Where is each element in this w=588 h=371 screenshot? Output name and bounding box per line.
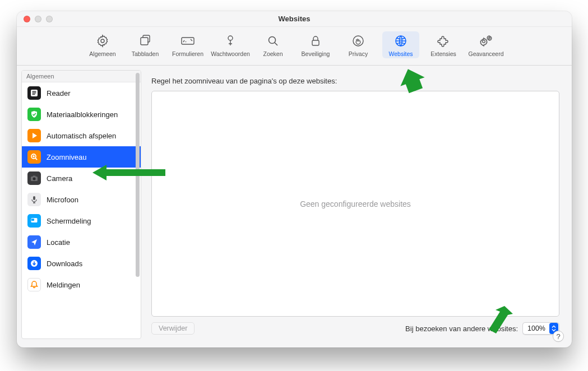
sidebar-item-locatie[interactable]: Locatie — [22, 231, 141, 253]
svg-rect-1 — [141, 38, 148, 45]
svg-point-0 — [101, 39, 104, 43]
tabs-icon — [138, 34, 152, 48]
reader-icon — [27, 86, 41, 100]
toolbar-item-websites[interactable]: Websites — [382, 31, 419, 58]
toolbar-label: Formulieren — [172, 50, 203, 57]
help-button[interactable]: ? — [553, 331, 564, 342]
toolbar-item-tabbladen[interactable]: Tabbladen — [127, 31, 164, 58]
hand-icon — [351, 34, 365, 48]
toolbar-label: Beveiliging — [302, 50, 330, 57]
location-icon — [27, 235, 41, 249]
toolbar-item-privacy[interactable]: Privacy — [340, 31, 377, 58]
sidebar-item-label: Locatie — [47, 238, 70, 247]
sidebar-item-label: Downloads — [47, 259, 82, 268]
preferences-window: Websites Algemeen Tabbladen Formulieren — [17, 11, 572, 347]
search-icon — [266, 34, 280, 48]
camera-icon — [27, 171, 41, 185]
zoom-icon — [27, 150, 41, 164]
toolbar-item-extensies[interactable]: Extensies — [425, 31, 462, 58]
empty-state-text: Geen geconfigureerde websites — [300, 200, 411, 208]
toolbar-item-geavanceerd[interactable]: Geavanceerd — [467, 31, 504, 58]
toolbar-label: Zoeken — [263, 50, 283, 57]
sidebar-item-materiaalblokkeringen[interactable]: Materiaalblokkeringen — [22, 104, 141, 125]
svg-point-4 — [269, 37, 276, 44]
zoom-level-value: 100% — [523, 324, 549, 332]
main-panel: Regel het zoomniveau van de pagina's op … — [141, 66, 572, 344]
sidebar-item-label: Meldingen — [47, 281, 80, 289]
titlebar: Websites — [17, 11, 572, 27]
microphone-icon — [27, 193, 41, 206]
toolbar-item-wachtwoorden[interactable]: Wachtwoorden — [212, 31, 249, 58]
svg-point-16 — [33, 178, 36, 180]
sidebar-item-reader[interactable]: Reader — [22, 82, 141, 104]
remove-button[interactable]: Verwijder — [151, 322, 195, 335]
gear-icon — [95, 34, 110, 48]
configured-websites-list[interactable]: Geen geconfigureerde websites — [151, 91, 559, 317]
svg-rect-17 — [33, 176, 36, 177]
preferences-toolbar: Algemeen Tabbladen Formulieren Wachtwoor… — [17, 27, 572, 66]
sidebar-list-container: Algemeen Reader Materiaalblokkeringen — [21, 70, 141, 339]
help-glyph: ? — [556, 332, 560, 341]
sidebar-item-label: Automatisch afspelen — [47, 132, 116, 140]
sidebar-list: Reader Materiaalblokkeringen Automatisch… — [22, 82, 141, 295]
sidebar-item-meldingen[interactable]: Meldingen — [22, 274, 141, 295]
download-icon — [27, 257, 41, 270]
sidebar-item-schermdeling[interactable]: Schermdeling — [22, 210, 141, 231]
puzzle-icon — [436, 34, 451, 48]
svg-point-3 — [228, 36, 233, 40]
sidebar-item-microfoon[interactable]: Microfoon — [22, 189, 141, 210]
toolbar-label: Wachtwoorden — [211, 50, 250, 57]
window-title: Websites — [17, 15, 572, 23]
toolbar-label: Websites — [389, 50, 413, 57]
sidebar-item-automatisch-afspelen[interactable]: Automatisch afspelen — [22, 125, 141, 146]
lock-icon — [308, 34, 323, 48]
toolbar-label: Extensies — [430, 50, 456, 57]
toolbar-item-beveiliging[interactable]: Beveiliging — [297, 31, 334, 58]
svg-rect-13 — [33, 94, 35, 95]
default-zoom-control: Bij bezoeken van andere websites: 100% — [405, 322, 559, 335]
bell-icon — [27, 278, 41, 291]
svg-rect-11 — [33, 91, 36, 92]
toolbar-item-formulieren[interactable]: Formulieren — [169, 31, 206, 58]
content-area: Algemeen Reader Materiaalblokkeringen — [17, 66, 572, 344]
sidebar-item-label: Camera — [47, 174, 72, 183]
sidebar-item-label: Reader — [47, 89, 71, 98]
panel-footer: Verwijder Bij bezoeken van andere websit… — [151, 322, 559, 335]
globe-icon — [393, 34, 408, 48]
screenshare-icon — [27, 214, 41, 228]
shield-icon — [27, 108, 41, 121]
sidebar-section-header: Algemeen — [22, 71, 141, 82]
sidebar-item-downloads[interactable]: Downloads — [22, 253, 141, 274]
other-websites-label: Bij bezoeken van andere websites: — [405, 324, 518, 333]
toolbar-item-zoeken[interactable]: Zoeken — [254, 31, 291, 58]
toolbar-label: Privacy — [349, 50, 368, 57]
sidebar-item-label: Microfoon — [47, 196, 78, 204]
panel-header: Regel het zoomniveau van de pagina's op … — [151, 77, 559, 85]
sidebar-item-label: Schermdeling — [47, 217, 91, 225]
play-icon — [27, 129, 41, 142]
sidebar-item-camera[interactable]: Camera — [22, 168, 141, 189]
svg-point-9 — [489, 38, 490, 39]
svg-rect-5 — [312, 40, 319, 45]
sidebar-item-zoomniveau[interactable]: Zoomniveau — [22, 146, 141, 168]
autofill-icon — [180, 34, 195, 48]
svg-rect-20 — [31, 219, 34, 221]
svg-rect-12 — [33, 92, 36, 93]
sidebar-item-label: Materiaalblokkeringen — [47, 110, 118, 119]
sidebar: Algemeen Reader Materiaalblokkeringen — [17, 66, 141, 344]
sidebar-item-label: Zoomniveau — [47, 153, 87, 161]
toolbar-item-algemeen[interactable]: Algemeen — [84, 31, 121, 58]
sidebar-scrollbar[interactable] — [136, 73, 140, 277]
toolbar-label: Tabbladen — [132, 50, 159, 57]
toolbar-label: Geavanceerd — [468, 50, 503, 57]
svg-rect-18 — [33, 196, 35, 200]
key-icon — [223, 34, 238, 48]
svg-point-8 — [483, 40, 485, 43]
toolbar-label: Algemeen — [89, 50, 115, 57]
gears-icon — [479, 34, 493, 48]
